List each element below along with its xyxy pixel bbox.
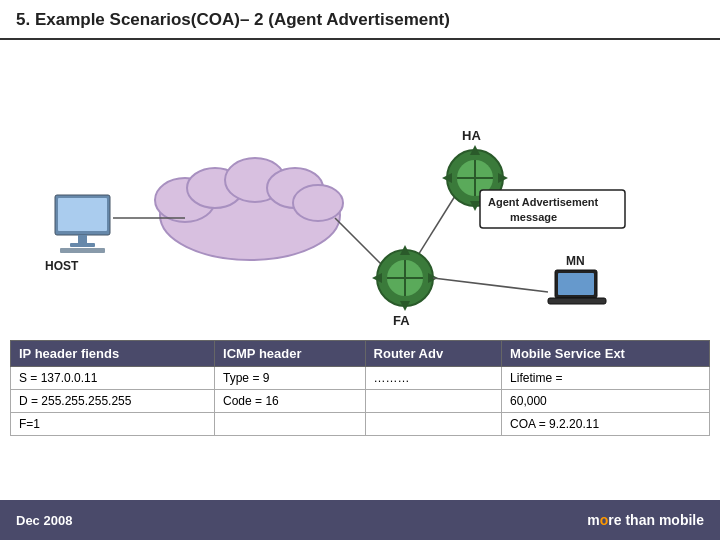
cell-d-addr: D = 255.255.255.255	[11, 390, 215, 413]
brand-accent: o	[600, 512, 609, 528]
svg-line-13	[415, 188, 460, 260]
svg-rect-32	[548, 298, 606, 304]
svg-rect-3	[70, 243, 95, 247]
cell-f: F=1	[11, 413, 215, 436]
svg-rect-4	[60, 248, 105, 253]
svg-rect-1	[58, 198, 107, 231]
cell-router-adv: ………	[365, 367, 501, 390]
col-header-icmp: ICMP header	[215, 341, 366, 367]
svg-rect-2	[78, 235, 87, 243]
footer-date: Dec 2008	[16, 513, 72, 528]
svg-point-10	[293, 185, 343, 221]
col-header-mobile: Mobile Service Ext	[502, 341, 710, 367]
adv-line1: Agent Advertisement	[488, 196, 599, 208]
packet-table: IP header fiends ICMP header Router Adv …	[10, 340, 710, 436]
adv-line2: message	[510, 211, 557, 223]
svg-rect-31	[558, 273, 594, 295]
col-header-ip: IP header fiends	[11, 341, 215, 367]
page-footer: Dec 2008 more than mobile	[0, 500, 720, 540]
page-title: 5. Example Scenarios(COA)– 2 (Agent Adve…	[16, 10, 450, 29]
cell-coa: COA = 9.2.20.11	[502, 413, 710, 436]
table-row: S = 137.0.0.11 Type = 9 ……… Lifetime =	[11, 367, 710, 390]
table-row: F=1 COA = 9.2.20.11	[11, 413, 710, 436]
cell-lifetime-val: 60,000	[502, 390, 710, 413]
svg-line-33	[433, 278, 548, 292]
col-header-router: Router Adv	[365, 341, 501, 367]
svg-line-12	[335, 218, 385, 268]
mn-label: MN	[566, 254, 585, 268]
cell-type: Type = 9	[215, 367, 366, 390]
cell-code: Code = 16	[215, 390, 366, 413]
cell-lifetime-label: Lifetime =	[502, 367, 710, 390]
network-diagram: HOST	[0, 40, 720, 340]
footer-brand: more than mobile	[587, 512, 704, 528]
table-row: D = 255.255.255.255 Code = 16 60,000	[11, 390, 710, 413]
cell-s-addr: S = 137.0.0.11	[11, 367, 215, 390]
page-header: 5. Example Scenarios(COA)– 2 (Agent Adve…	[0, 0, 720, 40]
cell-empty2	[215, 413, 366, 436]
table-header-row: IP header fiends ICMP header Router Adv …	[11, 341, 710, 367]
fa-label: FA	[393, 313, 410, 328]
cell-empty3	[365, 413, 501, 436]
ha-label: HA	[462, 128, 481, 143]
cell-empty1	[365, 390, 501, 413]
main-content: HOST	[0, 40, 720, 470]
data-table-area: IP header fiends ICMP header Router Adv …	[0, 340, 720, 436]
host-label: HOST	[45, 259, 79, 273]
